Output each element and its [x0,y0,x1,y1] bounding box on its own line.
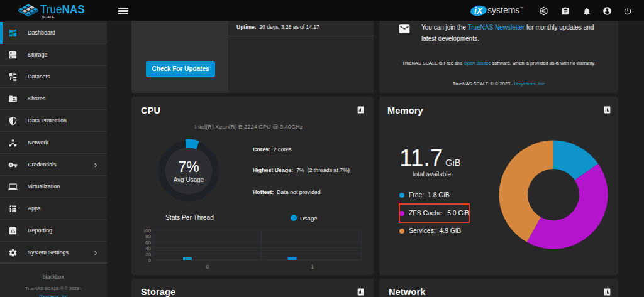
svg-text:60: 60 [145,240,151,246]
svg-text:40: 40 [145,246,151,251]
svg-text:80: 80 [145,234,151,239]
svg-text:20: 20 [145,252,151,257]
svg-text:100: 100 [144,228,152,234]
svg-text:0: 0 [206,264,209,270]
svg-text:iX: iX [474,6,484,16]
svg-text:1: 1 [311,264,314,270]
svg-text:0: 0 [148,257,152,263]
